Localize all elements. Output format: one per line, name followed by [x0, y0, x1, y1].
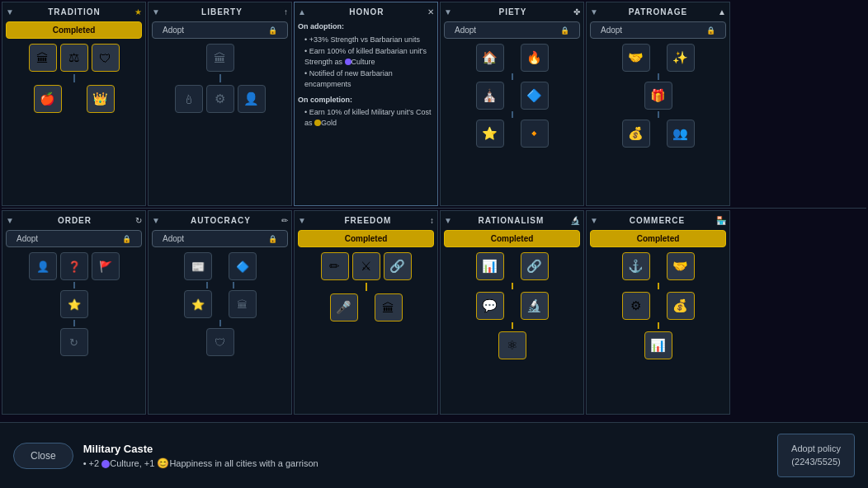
liberty-icon-2[interactable]: 🕯	[175, 85, 203, 113]
patronage-icon-3[interactable]: 🎁	[644, 82, 672, 110]
freedom-title: FREEDOM	[306, 216, 430, 225]
info-section: Military Caste • +2 Culture, +1 😊Happine…	[83, 443, 767, 469]
commerce-arrow[interactable]: ▼	[590, 216, 598, 225]
piety-icon-4[interactable]: 🔷	[521, 82, 549, 110]
tradition-icon-4[interactable]: 🍎	[34, 85, 62, 113]
piety-title: PIETY	[452, 7, 573, 16]
freedom-icon-4[interactable]: 🎤	[330, 293, 358, 321]
piety-adopt-btn[interactable]: Adopt 🔒	[444, 21, 580, 39]
commerce-status[interactable]: Completed	[590, 230, 726, 247]
freedom-status[interactable]: Completed	[298, 230, 434, 247]
liberty-top-icon[interactable]: 🏛	[206, 44, 234, 72]
honor-completion-title: On completion:	[298, 95, 434, 106]
rationalism-arrow[interactable]: ▼	[444, 216, 452, 225]
patronage-connector1	[658, 73, 659, 80]
patronage-icon-1[interactable]: 🤝	[622, 44, 650, 72]
piety-arrow[interactable]: ▼	[444, 7, 452, 16]
freedom-icon-2[interactable]: ⚔	[352, 252, 380, 280]
patronage-icon-5[interactable]: 👥	[667, 120, 695, 148]
liberty-icon-4[interactable]: 👤	[238, 85, 266, 113]
order-icon-3[interactable]: 🚩	[92, 252, 120, 280]
rationalism-icon-3[interactable]: 💬	[476, 292, 504, 320]
autocracy-title: AUTOCRACY	[160, 216, 281, 225]
autocracy-adopt-btn[interactable]: Adopt 🔒	[152, 230, 288, 247]
tradition-status[interactable]: Completed	[6, 21, 142, 39]
autocracy-icon-4[interactable]: 🏛	[229, 290, 257, 318]
patronage-lock-icon: 🔒	[706, 26, 715, 35]
rationalism-icon-5[interactable]: ⚛	[498, 331, 526, 359]
info-title: Military Caste	[83, 443, 767, 455]
close-button[interactable]: Close	[13, 443, 73, 469]
commerce-row2: ⚙ 💰	[622, 292, 695, 320]
piety-tree: ▼ PIETY ✤ Adopt 🔒 🏠 🔥 ⛪ 🔷	[440, 2, 584, 206]
commerce-icon-4[interactable]: 💰	[667, 292, 695, 320]
commerce-icon-5[interactable]: 📊	[644, 331, 672, 359]
freedom-icon-1[interactable]: ✏	[321, 252, 349, 280]
rationalism-icon-4[interactable]: 🔬	[521, 292, 549, 320]
order-arrow[interactable]: ▼	[6, 216, 14, 225]
liberty-connector	[219, 74, 221, 82]
liberty-icon-3[interactable]: ⚙	[206, 85, 234, 113]
order-icon-5[interactable]: ↻	[60, 328, 88, 356]
freedom-row1: ✏ ⚔ 🔗	[321, 252, 412, 280]
liberty-icons: 🏛 🕯 ⚙ 👤	[152, 44, 288, 113]
rationalism-icon-1[interactable]: 📊	[476, 252, 504, 280]
adopt-policy-button[interactable]: Adopt policy (2243/5525)	[777, 434, 855, 477]
honor-tooltip-content: On adoption: • +33% Strength vs Barbaria…	[298, 21, 434, 128]
piety-lock-icon: 🔒	[560, 26, 569, 35]
autocracy-arrow[interactable]: ▼	[152, 216, 160, 225]
rationalism-icon-2[interactable]: 🔗	[521, 252, 549, 280]
honor-tree: ▲ HONOR ✕ On adoption: • +33% Strength v…	[294, 2, 438, 206]
tradition-icon: ★	[134, 7, 142, 16]
piety-icon-3[interactable]: ⛪	[476, 82, 504, 110]
honor-adoption-title: On adoption:	[298, 21, 434, 32]
rationalism-icons: 📊 🔗 💬 🔬 ⚛	[444, 252, 580, 359]
order-lock-icon: 🔒	[122, 235, 131, 243]
liberty-arrow[interactable]: ▼	[152, 7, 160, 16]
tradition-icon-2[interactable]: ⚖	[60, 44, 88, 72]
autocracy-icon-3[interactable]: ⭐	[184, 290, 212, 318]
freedom-icon: ↕	[430, 216, 434, 225]
autocracy-icon-2[interactable]: 🔷	[229, 252, 257, 280]
commerce-icon-3[interactable]: ⚙	[622, 292, 650, 320]
order-adopt-btn[interactable]: Adopt 🔒	[6, 230, 142, 247]
patronage-header: ▼ PATRONAGE ▲	[590, 6, 726, 18]
commerce-icon-1[interactable]: ⚓	[622, 252, 650, 280]
freedom-icon-3[interactable]: 🔗	[384, 252, 412, 280]
autocracy-connector1	[152, 282, 288, 289]
commerce-icon-2[interactable]: 🤝	[667, 252, 695, 280]
patronage-icon-4[interactable]: 💰	[622, 120, 650, 148]
autocracy-icon-1[interactable]: 📰	[184, 252, 212, 280]
order-tree: ▼ ORDER ↻ Adopt 🔒 👤 ❓ 🚩 ⭐	[2, 210, 146, 415]
patronage-title: PATRONAGE	[598, 7, 718, 16]
rationalism-status[interactable]: Completed	[444, 230, 580, 247]
rationalism-tree: ▼ RATIONALISM 🔬 Completed 📊 🔗 💬 🔬 ⚛	[440, 210, 584, 415]
order-icon-1[interactable]: 👤	[29, 252, 57, 280]
order-header: ▼ ORDER ↻	[6, 214, 142, 227]
piety-icon-5[interactable]: ⭐	[476, 120, 504, 148]
piety-icon-2[interactable]: 🔥	[521, 44, 549, 72]
tradition-icon-1[interactable]: 🏛	[29, 44, 57, 72]
patronage-icon-2[interactable]: ✨	[667, 44, 695, 72]
freedom-arrow[interactable]: ▼	[298, 216, 306, 225]
tradition-icons: 🏛 ⚖ 🛡 🍎 👑	[6, 44, 142, 113]
rationalism-title: RATIONALISM	[452, 216, 570, 225]
rationalism-row1: 📊 🔗	[476, 252, 549, 280]
autocracy-row1: 📰 🔷	[184, 252, 257, 280]
patronage-row3: 💰 👥	[622, 120, 695, 148]
tradition-icon-5[interactable]: 👑	[87, 85, 115, 113]
tradition-icon-3[interactable]: 🛡	[92, 44, 120, 72]
freedom-icon-5[interactable]: 🏛	[375, 293, 403, 321]
tradition-arrow-left[interactable]: ▼	[6, 7, 14, 16]
order-icon-2[interactable]: ❓	[60, 252, 88, 280]
piety-icon-1[interactable]: 🏠	[476, 44, 504, 72]
commerce-tree: ▼ COMMERCE 🏪 Completed ⚓ 🤝 ⚙ 💰 📊	[586, 210, 730, 415]
piety-icon-6[interactable]: 🔸	[521, 120, 549, 148]
autocracy-icon-5[interactable]: 🛡	[206, 328, 234, 356]
honor-arrow[interactable]: ▲	[298, 7, 306, 16]
order-icon-4[interactable]: ⭐	[60, 290, 88, 318]
patronage-adopt-btn[interactable]: Adopt 🔒	[590, 21, 726, 39]
liberty-adopt-btn[interactable]: Adopt 🔒	[152, 21, 288, 39]
patronage-arrow[interactable]: ▼	[590, 7, 598, 16]
rationalism-connector	[512, 283, 513, 289]
